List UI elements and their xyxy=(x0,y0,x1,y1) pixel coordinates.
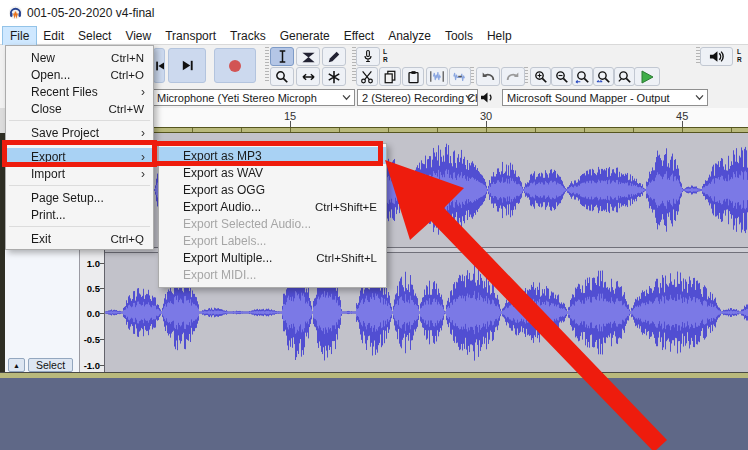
menubar-item-tools[interactable]: Tools xyxy=(438,27,480,46)
zoom-toggle-icon xyxy=(617,70,632,84)
menu-separator xyxy=(6,182,153,189)
toolbar-grip xyxy=(265,47,269,83)
export-menu-item-export-midi[interactable]: Export MIDI... xyxy=(159,266,386,283)
skip-to-end-button[interactable] xyxy=(168,48,206,83)
zoom-toggle-button[interactable] xyxy=(614,67,635,86)
menubar-item-edit[interactable]: Edit xyxy=(36,27,71,46)
vertical-ruler-value: -0.5 xyxy=(84,334,100,345)
export-menu-item-export-as-wav[interactable]: Export as WAV xyxy=(159,164,386,181)
menu-item-label: Export as WAV xyxy=(183,166,263,180)
menubar-item-select[interactable]: Select xyxy=(71,27,118,46)
undo-icon xyxy=(480,70,496,83)
file-menu-item-new[interactable]: NewCtrl+N xyxy=(6,49,153,66)
file-menu-item-save-project[interactable]: Save Project› xyxy=(6,124,153,141)
timeshift-tool-button[interactable] xyxy=(296,67,320,86)
zoom-in-button[interactable] xyxy=(530,67,551,86)
silence-audio-button[interactable] xyxy=(449,67,471,86)
export-menu-item-export-audio[interactable]: Export Audio...Ctrl+Shift+E xyxy=(159,198,386,215)
file-menu-item-recent-files[interactable]: Recent Files› xyxy=(6,83,153,100)
paste-icon xyxy=(407,70,420,84)
zoom-project-button[interactable] xyxy=(593,67,614,86)
timeline-minor-tick xyxy=(682,128,683,132)
file-menu-item-exit[interactable]: ExitCtrl+Q xyxy=(6,230,153,247)
recording-device-select[interactable]: Microphone (Yeti Stereo Microph xyxy=(152,89,355,106)
menu-item-shortcut: Ctrl+N xyxy=(111,52,144,64)
paste-button[interactable] xyxy=(402,67,424,86)
menubar-item-analyze[interactable]: Analyze xyxy=(381,27,438,46)
draw-tool-button[interactable] xyxy=(322,47,346,66)
timeline-minor-tick xyxy=(584,128,585,132)
vertical-ruler-value: 1.0 xyxy=(87,258,100,269)
timeline-scale[interactable]: 153045 xyxy=(100,108,748,128)
menubar-item-transport[interactable]: Transport xyxy=(158,27,223,46)
redo-button[interactable] xyxy=(501,67,525,86)
menubar-item-view[interactable]: View xyxy=(118,27,158,46)
timeline-minor-tick xyxy=(731,128,732,132)
timeline-minor-tick xyxy=(486,128,487,132)
recording-channels-select[interactable]: 2 (Stereo) Recording Cha xyxy=(357,89,478,106)
menu-item-shortcut: Ctrl+W xyxy=(109,103,144,115)
envelope-tool-button[interactable] xyxy=(296,47,320,66)
meter-channel-label: R xyxy=(737,56,742,63)
trim-audio-button[interactable] xyxy=(426,67,448,86)
menu-item-label: Exit xyxy=(31,232,51,246)
cut-button[interactable] xyxy=(356,67,378,86)
menubar-item-tracks[interactable]: Tracks xyxy=(223,27,273,46)
menu-bar: FileEditSelectViewTransportTracksGenerat… xyxy=(0,26,748,45)
menubar-item-file[interactable]: File xyxy=(3,27,36,46)
export-menu-item-export-multiple[interactable]: Export Multiple...Ctrl+Shift+L xyxy=(159,249,386,266)
menu-item-label: New xyxy=(31,51,55,65)
zoom-tool-button[interactable] xyxy=(270,67,294,86)
playback-device-select[interactable]: Microsoft Sound Mapper - Output xyxy=(502,89,708,106)
export-menu-item-export-labels[interactable]: Export Labels... xyxy=(159,232,386,249)
file-menu-item-import[interactable]: Import› xyxy=(6,165,153,182)
submenu-arrow-icon: › xyxy=(141,167,145,181)
recording-meter-mic-button[interactable] xyxy=(356,47,380,66)
playback-meter-button[interactable] xyxy=(700,47,733,66)
file-menu-item-open[interactable]: Open...Ctrl+O xyxy=(6,66,153,83)
menu-item-shortcut: Ctrl+Shift+L xyxy=(316,252,377,264)
audacity-logo-icon xyxy=(8,5,23,20)
file-menu-item-print[interactable]: Print... xyxy=(6,206,153,223)
menu-item-label: Open... xyxy=(31,68,70,82)
submenu-arrow-icon: › xyxy=(141,126,145,140)
menubar-item-help[interactable]: Help xyxy=(480,27,519,46)
skip-to-start-button[interactable] xyxy=(153,48,165,83)
zoom-selection-button[interactable] xyxy=(572,67,593,86)
menu-separator xyxy=(6,117,153,124)
timeline-minor-tick xyxy=(290,128,291,132)
menu-item-label: Print... xyxy=(31,208,66,222)
menubar-item-effect[interactable]: Effect xyxy=(337,27,381,46)
copy-button[interactable] xyxy=(379,67,401,86)
file-menu-item-close[interactable]: CloseCtrl+W xyxy=(6,100,153,117)
window-title: 001-05-20-2020 v4-final xyxy=(27,6,154,20)
envelope-icon xyxy=(301,50,316,64)
vertical-ruler-tick xyxy=(100,339,104,340)
vertical-ruler-value: -1.0 xyxy=(84,360,100,371)
undo-button[interactable] xyxy=(476,67,500,86)
vertical-ruler-tick xyxy=(100,288,104,289)
timeline-minor-tick xyxy=(241,128,242,132)
record-icon xyxy=(227,58,243,74)
timeline-minor-tick xyxy=(535,128,536,132)
collapse-track-button[interactable]: ▲ xyxy=(8,358,25,372)
zoom-selection-icon xyxy=(575,70,590,84)
selection-tool-button[interactable] xyxy=(270,47,294,66)
export-menu-item-export-as-ogg[interactable]: Export as OGG xyxy=(159,181,386,198)
recording-channels-select-value: 2 (Stereo) Recording Cha xyxy=(362,92,478,104)
vertical-ruler-value: 0.5 xyxy=(87,283,100,294)
menu-item-label: Export Selected Audio... xyxy=(183,217,311,231)
menu-item-shortcut: Ctrl+O xyxy=(110,69,144,81)
vertical-ruler-tick xyxy=(100,365,104,366)
track-select-button[interactable]: Select xyxy=(28,358,73,372)
menubar-item-generate[interactable]: Generate xyxy=(273,27,337,46)
file-menu-item-page-setup[interactable]: Page Setup... xyxy=(6,189,153,206)
play-at-speed-button[interactable] xyxy=(634,67,660,86)
export-menu-item-export-selected-audio[interactable]: Export Selected Audio... xyxy=(159,215,386,232)
multi-tool-button[interactable] xyxy=(322,67,346,86)
menu-item-label: Close xyxy=(31,102,62,116)
record-button[interactable] xyxy=(214,48,256,83)
zoom-out-button[interactable] xyxy=(551,67,572,86)
play-icon xyxy=(639,69,655,85)
meter-channel-label: L xyxy=(383,48,387,55)
